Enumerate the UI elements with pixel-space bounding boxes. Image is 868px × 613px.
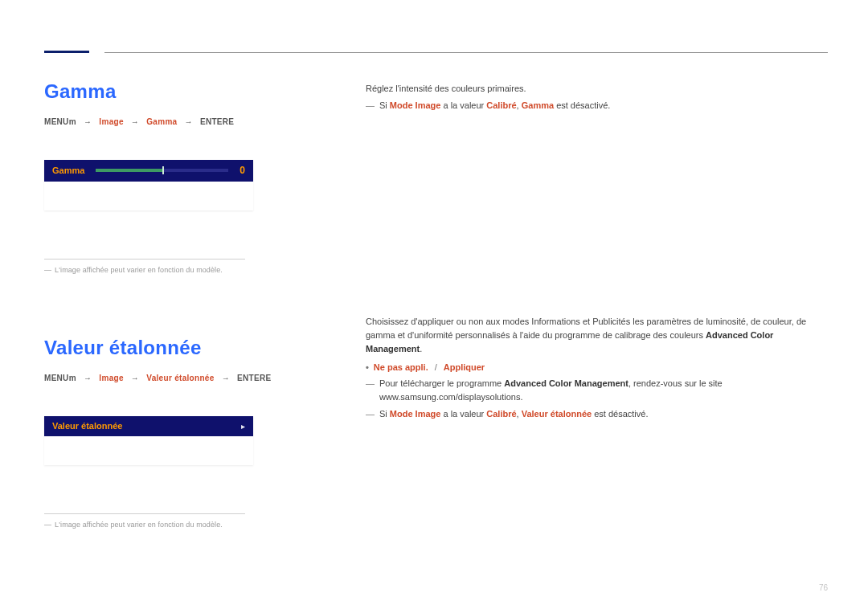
- page-number: 76: [819, 583, 828, 592]
- note-dash-icon: ―: [44, 521, 51, 529]
- gamma-desc: Réglez l'intensité des couleurs primaire…: [366, 82, 828, 96]
- t: est désactivé.: [592, 409, 648, 419]
- t: Calibré: [486, 409, 516, 419]
- panel-row-gamma[interactable]: Gamma 0: [44, 160, 253, 182]
- t: a la valeur: [440, 100, 486, 110]
- option-ne-pas-appliquer: Ne pas appli.: [366, 362, 428, 372]
- bullet-dash-icon: ―: [366, 99, 375, 112]
- chevron-right-icon: →: [84, 374, 92, 382]
- panel-calibrated: Valeur étalonnée ▸: [44, 416, 253, 465]
- bc-menu-m: m: [69, 374, 76, 382]
- note-divider: [44, 513, 245, 514]
- bc-enter: ENTER: [237, 374, 265, 382]
- download-text: Pour télécharger le programme Advanced C…: [379, 377, 828, 404]
- bullet-dash-icon: ―: [366, 377, 375, 404]
- breadcrumb-calibrated: MENUm → Image → Valeur étalonnée → ENTER…: [44, 374, 326, 382]
- panel-label: Valeur étalonnée: [52, 421, 122, 431]
- chevron-right-icon: →: [222, 374, 230, 382]
- breadcrumb-gamma: MENUm → Image → Gamma → ENTERE: [44, 117, 326, 126]
- gamma-warning: ― Si Mode Image a la valeur Calibré, Gam…: [366, 99, 828, 112]
- calibrated-warning: ― Si Mode Image a la valeur Calibré, Val…: [366, 407, 828, 421]
- page: Gamma MENUm → Image → Gamma → ENTERE Gam…: [0, 0, 868, 613]
- t: a la valeur: [440, 409, 486, 419]
- left-column: Gamma MENUm → Image → Gamma → ENTERE Gam…: [44, 80, 326, 529]
- panel-value: 0: [240, 165, 245, 176]
- note-dash-icon: ―: [44, 266, 51, 274]
- bc-menu-m: m: [69, 117, 76, 126]
- t: Mode Image: [390, 100, 441, 110]
- t: Calibré: [486, 100, 516, 110]
- header-rule-accent: [44, 51, 89, 53]
- right-column-calibrated: Choisissez d'appliquer ou non aux modes …: [366, 315, 828, 421]
- t: Gamma: [522, 100, 554, 110]
- bc-enter-e: E: [265, 374, 271, 382]
- t: Pour télécharger le programme: [379, 378, 504, 388]
- bc-image: Image: [99, 374, 123, 382]
- panel-spacer: [44, 182, 253, 210]
- chevron-right-icon: →: [84, 117, 92, 126]
- bc-enter: ENTER: [200, 117, 228, 126]
- bc-gamma: Gamma: [146, 117, 177, 126]
- t: Si: [379, 409, 390, 419]
- t: Mode Image: [390, 409, 441, 419]
- bc-image: Image: [99, 117, 123, 126]
- right-column-gamma: Réglez l'intensité des couleurs primaire…: [366, 82, 828, 112]
- note-text: L'image affichée peut varier en fonction…: [55, 521, 223, 529]
- bullet-dash-icon: ―: [366, 407, 375, 421]
- calibrated-options: Ne pas appli. / Appliquer: [366, 362, 828, 372]
- section-title-calibrated: Valeur étalonnée: [44, 337, 326, 359]
- bc-calibrated: Valeur étalonnée: [146, 374, 214, 382]
- panel-label: Gamma: [52, 166, 84, 175]
- header-rule: [104, 52, 828, 53]
- panel-gamma: Gamma 0: [44, 160, 253, 210]
- chevron-right-icon: ▸: [241, 422, 245, 431]
- bc-menu: MENU: [44, 374, 69, 382]
- option-appliquer: Appliquer: [444, 362, 485, 372]
- chevron-right-icon: →: [185, 117, 193, 126]
- bc-menu: MENU: [44, 117, 69, 126]
- warning-text: Si Mode Image a la valeur Calibré, Valeu…: [379, 407, 648, 421]
- warning-text: Si Mode Image a la valeur Calibré, Gamma…: [379, 99, 610, 112]
- note-text: L'image affichée peut varier en fonction…: [55, 266, 223, 274]
- t: .: [420, 344, 422, 353]
- section-title-gamma: Gamma: [44, 80, 326, 103]
- note-gamma: ―L'image affichée peut varier en fonctio…: [44, 266, 326, 274]
- note-divider: [44, 259, 245, 260]
- panel-row-calibrated[interactable]: Valeur étalonnée ▸: [44, 416, 253, 436]
- t: Valeur étalonnée: [522, 409, 592, 419]
- calibrated-download: ― Pour télécharger le programme Advanced…: [366, 377, 828, 404]
- calibrated-desc: Choisissez d'appliquer ou non aux modes …: [366, 315, 828, 356]
- chevron-right-icon: →: [131, 117, 139, 126]
- gamma-slider[interactable]: [96, 169, 228, 172]
- t: Si: [379, 100, 390, 110]
- bc-enter-e: E: [228, 117, 234, 126]
- chevron-right-icon: →: [131, 374, 139, 382]
- t: Advanced Color Management: [504, 378, 628, 388]
- panel-spacer: [44, 436, 253, 465]
- t: est désactivé.: [554, 100, 610, 110]
- slider-thumb[interactable]: [162, 166, 164, 174]
- slider-fill: [96, 169, 162, 172]
- note-calibrated: ―L'image affichée peut varier en fonctio…: [44, 521, 326, 529]
